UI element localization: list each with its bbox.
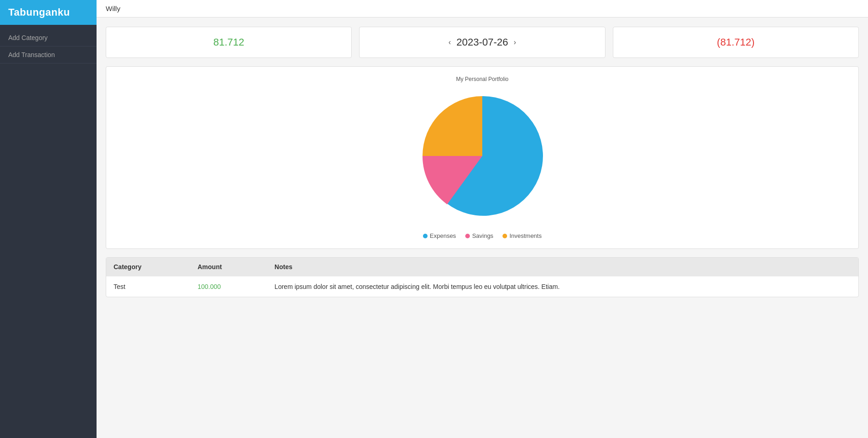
cell-notes: Lorem ipsum dolor sit amet, consectetur … — [267, 277, 858, 297]
chart-card: My Personal Portfolio — [106, 66, 859, 249]
header: Willy — [97, 0, 868, 17]
legend-expenses: Expenses — [423, 232, 456, 239]
chart-legend: Expenses Savings Investments — [423, 232, 542, 239]
date-prev-button[interactable]: ‹ — [448, 38, 451, 46]
chart-title: My Personal Portfolio — [456, 76, 508, 82]
date-next-button[interactable]: › — [514, 38, 516, 46]
username: Willy — [106, 5, 120, 12]
investments-dot — [503, 234, 507, 238]
content-area: 81.712 ‹ 2023-07-26 › (81.712) My Person… — [97, 17, 868, 438]
chart-wrapper: Expenses Savings Investments — [413, 87, 551, 239]
cell-amount: 100.000 — [190, 277, 267, 297]
table-row: Test 100.000 Lorem ipsum dolor sit amet,… — [106, 277, 858, 297]
balance-value: 81.712 — [213, 36, 244, 48]
savings-dot — [465, 234, 470, 238]
date-navigation: ‹ 2023-07-26 › — [369, 36, 595, 48]
table-header: Category Amount Notes — [106, 258, 858, 277]
expenses-label: Expenses — [430, 232, 456, 239]
stats-row: 81.712 ‹ 2023-07-26 › (81.712) — [106, 27, 859, 58]
col-amount: Amount — [190, 258, 267, 277]
transactions-table: Category Amount Notes Test 100.000 Lorem… — [106, 258, 858, 297]
sidebar-item-add-category[interactable]: Add Category — [0, 29, 97, 46]
table-body: Test 100.000 Lorem ipsum dolor sit amet,… — [106, 277, 858, 297]
sidebar: Tabunganku Add Category Add Transaction — [0, 0, 97, 438]
app-title: Tabunganku — [0, 0, 97, 25]
date-display: 2023-07-26 — [457, 36, 508, 48]
investments-slice — [423, 96, 482, 156]
sidebar-item-add-transaction[interactable]: Add Transaction — [0, 46, 97, 63]
sidebar-nav: Add Category Add Transaction — [0, 25, 97, 63]
pie-chart — [413, 87, 551, 225]
expense-card: (81.712) — [613, 27, 859, 58]
legend-investments: Investments — [503, 232, 542, 239]
main-content: Willy 81.712 ‹ 2023-07-26 › (81.712) My … — [97, 0, 868, 438]
col-category: Category — [106, 258, 190, 277]
savings-label: Savings — [472, 232, 493, 239]
balance-card: 81.712 — [106, 27, 352, 58]
investments-label: Investments — [509, 232, 542, 239]
transactions-table-card: Category Amount Notes Test 100.000 Lorem… — [106, 257, 859, 297]
col-notes: Notes — [267, 258, 858, 277]
expenses-dot — [423, 234, 428, 238]
legend-savings: Savings — [465, 232, 493, 239]
cell-category: Test — [106, 277, 190, 297]
date-card: ‹ 2023-07-26 › — [359, 27, 605, 58]
expense-value: (81.712) — [717, 36, 754, 48]
